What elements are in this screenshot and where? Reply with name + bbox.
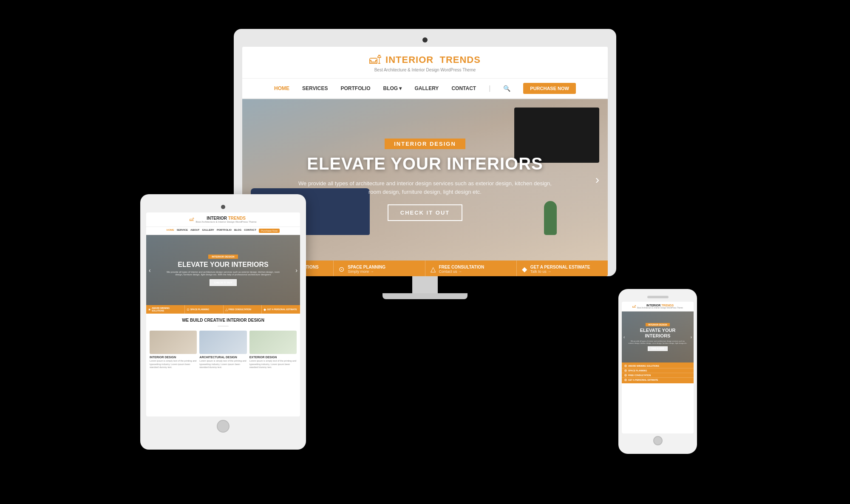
nav-portfolio[interactable]: PORTFOLIO [340, 85, 370, 91]
phone-brand: INTERIOR TRENDS Best Architecture & Inte… [637, 304, 683, 309]
phone-hero-badge: INTERIOR DESIGN [646, 323, 669, 326]
tablet-award-icon: ★ [148, 308, 151, 311]
nav-home[interactable]: HOME [274, 85, 289, 91]
tablet-card-exterior: EXTERIOR DESIGN Lorem ipsum is simply te… [249, 331, 297, 369]
monitor-stand-base [382, 293, 468, 299]
nav-gallery[interactable]: GALLERY [414, 85, 439, 91]
monitor-camera [422, 37, 428, 42]
tablet-camera [221, 205, 225, 209]
phone-outer: 🛋 INTERIOR TRENDS Best Architecture & In… [618, 289, 697, 454]
tablet-cta-button[interactable]: CHECK IT OUT [210, 279, 237, 286]
tablet-award-label: AWARD WINNING SOLUTIONS [152, 307, 183, 312]
phone-tagline: Best Architecture & Interior Design Word… [637, 307, 683, 309]
tablet-card-interior: INTERIOR DESIGN Lorem ipsum is simply te… [150, 331, 197, 369]
feature-consult: △ FREE CONSULTATION Contact us → [425, 260, 517, 276]
tablet-hero-subtitle: We provide all types of interior and arc… [164, 271, 283, 276]
nav-purchase-button[interactable]: Purchase Now [523, 83, 576, 94]
estimate-icon: ◆ [522, 265, 527, 273]
phone-logo-row: 🛋 INTERIOR TRENDS Best Architecture & In… [624, 304, 691, 309]
feature-estimate-content: GET A PERSONAL ESTIMATE Talk to us → [530, 265, 590, 274]
tablet-hero-badge: INTERIOR DESIGN [208, 255, 238, 259]
phone-features: AWARD WINNING SOLUTIONS SPACE PLANNING F… [622, 362, 694, 383]
phone: 🛋 INTERIOR TRENDS Best Architecture & In… [618, 289, 697, 454]
phone-screen: 🛋 INTERIOR TRENDS Best Architecture & In… [622, 302, 694, 433]
tablet-nav-about[interactable]: ABOUT [190, 229, 199, 233]
phone-logo-icon: 🛋 [632, 305, 636, 309]
tablet-card-arch-title: ARCHITECTURAL DESIGN [199, 356, 246, 359]
phone-speaker [647, 296, 669, 298]
tablet-consult-icon: △ [225, 308, 228, 311]
feature-consult-sub: Contact us → [439, 269, 484, 274]
tablet-nav: HOME SERVICE ABOUT GALLERY PORTFOLIO BLO… [146, 227, 300, 235]
phone-cta-button[interactable]: TAKE A LOOK [648, 346, 667, 351]
tablet-hero-title: ELEVATE YOUR INTERIORS [178, 261, 268, 269]
monitor-hero-subtitle: We provide all types of architecture and… [298, 179, 552, 196]
tablet-section-sub: ────── [146, 325, 300, 327]
tablet-estimate-label: GET A PERSONAL ESTIMATE [267, 308, 297, 311]
feature-space-content: SPACE PLANNING Simply more → [348, 265, 385, 274]
tablet-features: ★ AWARD WINNING SOLUTIONS ⊙ SPACE PLANNI… [146, 305, 300, 314]
tablet-interior-image [150, 331, 197, 354]
scene: 🛋 INTERIOR TRENDS Best Architecture & In… [128, 29, 722, 475]
nav-search-icon[interactable]: 🔍 [503, 85, 510, 92]
tablet-arch-image [199, 331, 246, 354]
tablet-nav-contact[interactable]: CONTACT [244, 229, 256, 233]
phone-estimate-label: GET A PERSONAL ESTIMATE [628, 379, 658, 381]
tablet-card-exterior-title: EXTERIOR DESIGN [249, 356, 297, 359]
nav-contact[interactable]: CONTACT [451, 85, 476, 91]
monitor-brand-plain: INTERIOR [385, 54, 434, 65]
tablet-exterior-image [249, 331, 297, 354]
phone-home-button[interactable] [653, 436, 663, 445]
monitor-site-header: 🛋 INTERIOR TRENDS Best Architecture & In… [242, 47, 608, 79]
feature-estimate-label: GET A PERSONAL ESTIMATE [530, 265, 590, 269]
monitor-hero-badge: INTERIOR DESIGN [385, 139, 465, 149]
tablet-nav-portfolio[interactable]: PORTFOLIO [217, 229, 232, 233]
tablet-home-button[interactable] [217, 420, 230, 433]
phone-consult-label: FREE CONSULTATION [628, 374, 651, 377]
tablet-nav-home[interactable]: HOME [167, 229, 174, 233]
phone-consult-dot [624, 374, 627, 377]
nav-services[interactable]: SERVICES [302, 85, 328, 91]
monitor-stand-neck [412, 276, 438, 293]
tablet-feature-space: ⊙ SPACE PLANNING [185, 305, 224, 314]
monitor-logo-icon: 🛋 [369, 53, 381, 67]
monitor-logo-text: INTERIOR TRENDS [385, 54, 481, 65]
nav-blog[interactable]: BLOG ▾ [383, 85, 402, 91]
tablet-nav-blog[interactable]: BLOG [234, 229, 241, 233]
tablet-hero: ‹ INTERIOR DESIGN ELEVATE YOUR INTERIORS… [146, 235, 300, 305]
tablet-prev-arrow[interactable]: ‹ [149, 267, 151, 274]
tablet-card-interior-title: INTERIOR DESIGN [150, 356, 197, 359]
monitor-brand-accent: TRENDS [439, 54, 480, 65]
phone-prev-arrow[interactable]: ‹ [623, 335, 625, 340]
feature-consult-label: FREE CONSULTATION [439, 265, 484, 269]
phone-estimate-dot [624, 379, 627, 381]
monitor-hero-next-arrow[interactable]: › [595, 173, 599, 187]
tablet-card-arch-img [199, 331, 246, 354]
tablet-card-arch-text: Lorem ipsum is simply text of the printi… [199, 360, 246, 369]
tablet-logo-row: 🛋 INTERIOR TRENDS Best Architecture & In… [150, 216, 297, 223]
space-icon: ⊙ [339, 265, 344, 273]
feature-space: ⊙ SPACE PLANNING Simply more → [334, 260, 425, 276]
tablet-next-arrow[interactable]: › [295, 267, 298, 274]
monitor-hero-cta-button[interactable]: CHECK IT OUT [388, 204, 462, 221]
tablet-nav-gallery[interactable]: GALLERY [202, 229, 214, 233]
tablet-section-title: WE BUILD CREATIVE INTERIOR DESIGN [146, 314, 300, 325]
tablet-screen: 🛋 INTERIOR TRENDS Best Architecture & In… [146, 212, 300, 416]
phone-hero-title: ELEVATE YOURINTERIORS [640, 328, 676, 339]
phone-brand-name: INTERIOR TRENDS [637, 304, 683, 307]
tablet-nav-service[interactable]: SERVICE [177, 229, 188, 233]
monitor-nav: HOME SERVICES PORTFOLIO BLOG ▾ GALLERY C… [242, 79, 608, 99]
nav-separator: | [489, 85, 490, 92]
tablet-space-icon: ⊙ [187, 308, 190, 311]
phone-next-arrow[interactable]: › [691, 335, 692, 340]
tablet-space-label: SPACE PLANNING [190, 308, 209, 311]
plant-decoration [544, 201, 557, 235]
tablet-card-arch: ARCHITECTURAL DESIGN Lorem ipsum is simp… [199, 331, 246, 369]
tablet-purchase-btn[interactable]: Purchase Now [259, 229, 280, 233]
tablet-card-interior-text: Lorem ipsum is simply text of the printi… [150, 360, 197, 369]
tablet-card-interior-img [150, 331, 197, 354]
feature-estimate: ◆ GET A PERSONAL ESTIMATE Talk to us → [517, 260, 608, 276]
phone-feature-award: AWARD WINNING SOLUTIONS [622, 364, 694, 368]
phone-feature-consult: FREE CONSULTATION [622, 373, 694, 378]
phone-header: 🛋 INTERIOR TRENDS Best Architecture & In… [622, 302, 694, 311]
